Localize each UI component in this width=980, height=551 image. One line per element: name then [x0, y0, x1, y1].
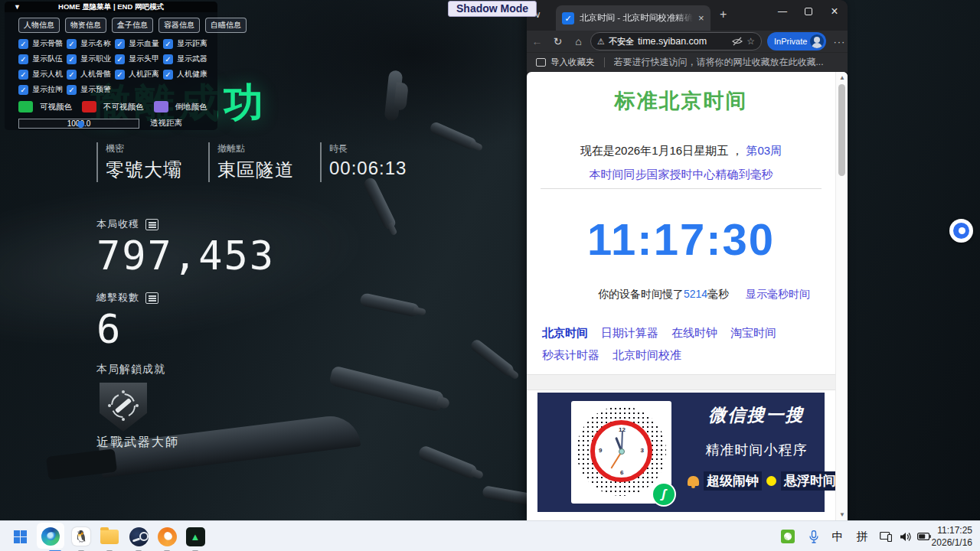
checkbox-checked-icon[interactable]: ✓ [18, 85, 28, 95]
wechat-banner[interactable]: 12 3 6 9 ʃ 微信搜一搜 精准时间小程序 [537, 393, 825, 512]
menu-tab-button[interactable]: 自瞄信息 [205, 18, 247, 33]
start-button[interactable] [8, 524, 32, 549]
taskbar-qq-button[interactable]: 🐧 [69, 524, 93, 549]
slider-handle[interactable] [77, 121, 84, 128]
harvest-value: 797,453 [96, 233, 275, 279]
menu-checkbox-item[interactable]: ✓显示拉闸 [18, 84, 67, 95]
checkbox-checked-icon[interactable]: ✓ [115, 54, 125, 64]
menu-checkbox-item[interactable]: ✓人机骨骼 [67, 69, 115, 80]
game-launcher-icon [158, 527, 177, 546]
distance-slider[interactable]: 1000.0 [18, 119, 139, 129]
taskbar-explorer-button[interactable] [97, 524, 122, 549]
color-swatch[interactable] [82, 101, 96, 112]
tray-microphone-button[interactable] [806, 529, 822, 544]
url-text[interactable]: time.syiban.com [638, 36, 728, 47]
page-nav-link[interactable]: 淘宝时间 [730, 321, 776, 344]
achievement-title: 本局解鎖成就 [96, 363, 179, 377]
page-scrollbar[interactable]: ▲ ▼ [835, 72, 848, 520]
menu-checkbox-item[interactable]: ✓显示距离 [163, 38, 211, 49]
tab-close-icon[interactable]: × [698, 12, 704, 24]
back-button[interactable]: ← [527, 35, 547, 47]
float-time-dot-icon [766, 476, 776, 486]
inprivate-badge[interactable]: InPrivate [767, 32, 826, 51]
page-nav-link[interactable]: 秒表计时器 [542, 344, 599, 366]
favorite-star-icon[interactable]: ☆ [746, 36, 755, 47]
checkbox-checked-icon[interactable]: ✓ [115, 39, 125, 49]
taskbar-steam-button[interactable] [126, 524, 151, 549]
achievement-block: 本局解鎖成就 近戰武器大師 [96, 363, 179, 451]
new-tab-button[interactable]: + [720, 8, 727, 21]
tracking-prevention-icon[interactable] [732, 37, 743, 46]
color-swatch[interactable] [18, 101, 33, 112]
maximize-button[interactable] [795, 0, 822, 22]
color-swatch-label: 倒地颜色 [175, 102, 207, 112]
page-content: 标准北京时间 现在是2026年1月16日星期五 ， 第03周 本时间同步国家授时… [527, 72, 835, 520]
ime-language-button[interactable]: 中 [829, 529, 846, 544]
menu-slider-row: 1000.0 透视距离 [5, 112, 217, 129]
page-nav-link[interactable]: 北京时间校准 [612, 344, 681, 366]
sync-source-link[interactable]: 本时间同步国家授时中心精确到毫秒 [527, 168, 835, 182]
import-favorites-button[interactable]: 导入收藏夹 [550, 57, 595, 68]
taskbar-launcher-button[interactable] [155, 524, 179, 549]
tray-cast-button[interactable] [877, 529, 894, 544]
bullet-art [328, 365, 445, 412]
browser-tab[interactable]: ✓ 北京时间 - 北京时间校准精确到毫 × [556, 5, 710, 31]
tray-battery-button[interactable] [915, 529, 933, 544]
checkbox-checked-icon[interactable]: ✓ [67, 39, 77, 49]
show-milliseconds-link[interactable]: 显示毫秒时间 [746, 288, 810, 302]
checkbox-checked-icon[interactable]: ✓ [163, 54, 173, 64]
floating-assistant-button[interactable] [949, 219, 973, 243]
menu-header[interactable]: ▼ HOME 显隐菜单 | END 网吧模式 [5, 2, 217, 12]
home-button[interactable]: ⌂ [568, 35, 589, 47]
menu-tab-button[interactable]: 人物信息 [18, 18, 60, 33]
menu-checkbox-item[interactable]: ✓人机距离 [115, 69, 163, 80]
menu-tab-button[interactable]: 物资信息 [65, 18, 106, 33]
menu-checkbox-item[interactable]: ✓显示头甲 [115, 54, 163, 64]
tray-app-button[interactable] [779, 529, 796, 544]
taskbar-deltaforce-button[interactable]: ▲ [183, 524, 207, 549]
kills-label: 總擊殺數 [96, 291, 139, 305]
menu-checkbox-item[interactable]: ✓显示名称 [67, 38, 115, 49]
menu-checkbox-item[interactable]: ✓显示队伍 [18, 54, 67, 64]
menu-checkbox-item[interactable]: ✓显示武器 [163, 54, 211, 64]
color-swatch[interactable] [154, 101, 168, 112]
minimize-button[interactable]: — [769, 0, 795, 22]
stat-value: 零號大壩 [106, 158, 182, 182]
checkbox-checked-icon[interactable]: ✓ [163, 70, 173, 80]
taskbar-clock[interactable]: 11:17:25 2026/1/16 [932, 524, 972, 549]
ime-pinyin-button[interactable]: 拼 [854, 529, 871, 544]
tray-volume-button[interactable] [897, 529, 914, 544]
checkbox-checked-icon[interactable]: ✓ [18, 39, 28, 49]
menu-checkbox-item[interactable]: ✓人机健康 [163, 69, 211, 80]
refresh-button[interactable]: ↻ [547, 35, 568, 47]
checkbox-checked-icon[interactable]: ✓ [67, 85, 77, 95]
close-button[interactable]: × [822, 0, 848, 22]
menu-tab-button[interactable]: 盒子信息 [112, 18, 153, 33]
menu-checkbox-item[interactable]: ✓显示预警 [67, 84, 115, 95]
menu-tab-button[interactable]: 容器信息 [158, 18, 200, 33]
checkbox-checked-icon[interactable]: ✓ [115, 70, 125, 80]
checkbox-checked-icon[interactable]: ✓ [163, 39, 173, 49]
page-nav-link[interactable]: 日期计算器 [601, 321, 658, 344]
scrollbar-thumb[interactable] [838, 84, 845, 176]
checkbox-checked-icon[interactable]: ✓ [18, 54, 28, 64]
taskbar-edge-button[interactable] [38, 524, 63, 549]
banner-texts: 微信搜一搜 精准时间小程序 超级闹钟 悬浮时间 [688, 403, 825, 491]
scroll-down-icon[interactable]: ▼ [836, 511, 848, 518]
collapse-arrow-icon[interactable]: ▼ [14, 2, 21, 12]
week-link[interactable]: 第03周 [746, 144, 782, 157]
browser-menu-icon[interactable]: ··· [833, 36, 845, 47]
page-nav-link[interactable]: 在线时钟 [671, 321, 717, 344]
url-field[interactable]: ⚠ 不安全 time.syiban.com ☆ [590, 32, 762, 51]
checkbox-checked-icon[interactable]: ✓ [18, 70, 28, 80]
menu-checkbox-item[interactable]: ✓显示骨骼 [18, 38, 67, 49]
menu-checkbox-item[interactable]: ✓显示人机 [18, 69, 67, 80]
checkbox-checked-icon[interactable]: ✓ [67, 70, 77, 80]
menu-checkbox-item[interactable]: ✓显示血量 [115, 38, 163, 49]
bullet-art [362, 176, 397, 231]
menu-checkbox-item[interactable]: ✓显示职业 [67, 54, 115, 64]
page-nav-link[interactable]: 北京时间 [542, 321, 588, 344]
tab-title: 北京时间 - 北京时间校准精确到毫 [580, 12, 693, 24]
scroll-up-icon[interactable]: ▲ [836, 74, 848, 81]
checkbox-checked-icon[interactable]: ✓ [67, 54, 77, 64]
